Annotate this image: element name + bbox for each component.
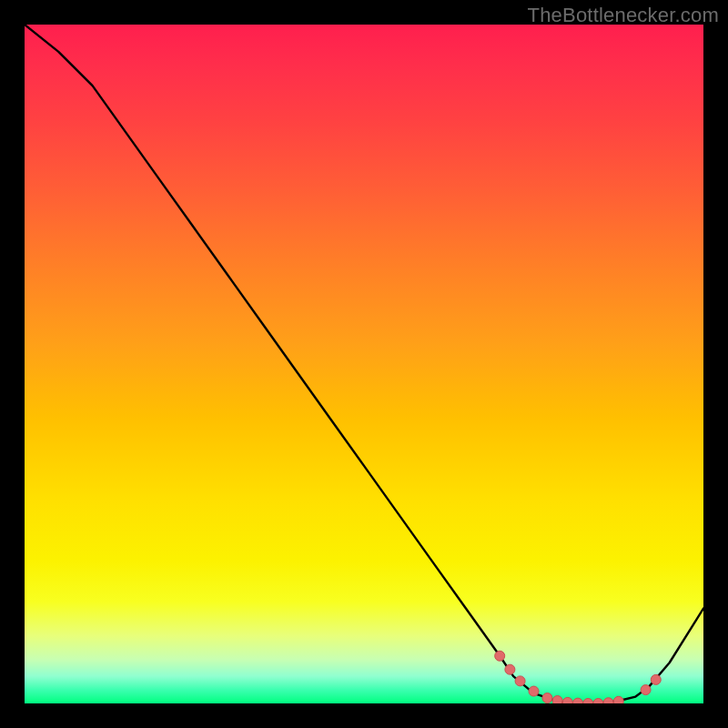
plot-gradient-area bbox=[25, 25, 703, 703]
watermark-text: TheBottlenecker.com bbox=[528, 4, 719, 27]
chart-frame: TheBottlenecker.com bbox=[0, 0, 728, 728]
